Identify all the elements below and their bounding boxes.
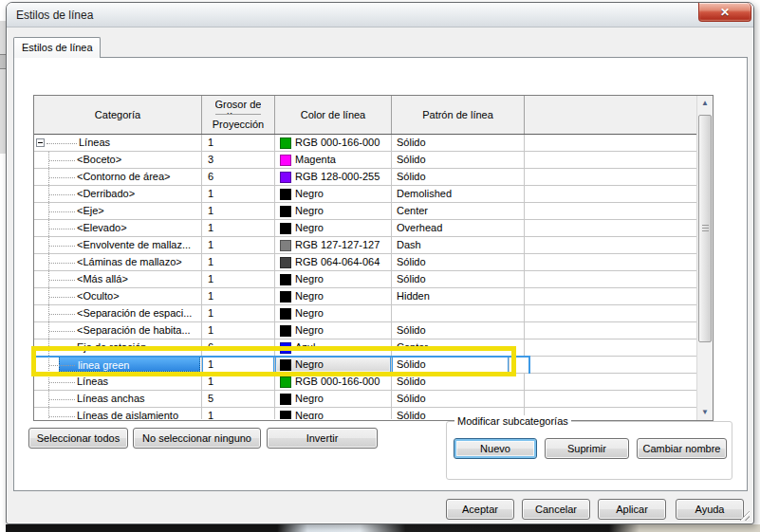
cancel-button[interactable]: Cancelar xyxy=(522,499,590,520)
category-cell[interactable]: <Láminas de mallazo> xyxy=(34,254,202,270)
category-cell[interactable]: linea green xyxy=(34,357,202,373)
line-color-cell[interactable]: RGB 127-127-127 xyxy=(275,237,392,253)
table-row[interactable]: <Oculto>1NegroHidden xyxy=(34,288,713,305)
line-color-cell[interactable]: Negro xyxy=(275,220,392,236)
category-cell[interactable]: <Contorno de área> xyxy=(34,169,202,185)
table-row[interactable]: <Envolvente de mallaz...1RGB 127-127-127… xyxy=(34,237,713,254)
select-none-button[interactable]: No seleccionar ninguno xyxy=(133,428,261,449)
category-cell[interactable]: <Separación de habita... xyxy=(34,322,202,339)
table-row[interactable]: Líneas1RGB 000-166-000Sólido xyxy=(34,374,713,391)
table-row[interactable]: <Láminas de mallazo>1RGB 064-064-064Sóli… xyxy=(34,254,713,271)
line-weight-cell[interactable]: 6 xyxy=(202,169,275,185)
line-weight-cell[interactable]: 1 xyxy=(202,374,275,390)
line-color-cell[interactable]: Negro xyxy=(275,203,392,219)
line-pattern-cell[interactable]: Center xyxy=(392,203,525,219)
line-color-cell[interactable]: Negro xyxy=(275,391,392,407)
line-pattern-cell[interactable]: Sólido xyxy=(392,357,510,373)
vertical-scrollbar[interactable]: ▲ ▼ xyxy=(696,96,713,420)
apply-button[interactable]: Aplicar xyxy=(598,499,666,520)
line-color-cell[interactable]: RGB 000-166-000 xyxy=(275,135,392,151)
collapse-icon[interactable] xyxy=(36,138,45,147)
line-pattern-cell[interactable]: Sólido xyxy=(392,254,525,270)
category-cell[interactable]: <Boceto> xyxy=(34,152,202,168)
category-cell[interactable]: <Eje> xyxy=(34,203,202,219)
table-row[interactable]: Líneas anchas5NegroSólido xyxy=(34,391,713,408)
select-all-button[interactable]: Seleccionar todos xyxy=(28,428,128,449)
table-row[interactable]: <Boceto>3MagentaSólido xyxy=(34,152,713,169)
line-weight-cell[interactable]: 1 xyxy=(202,254,275,270)
line-weight-cell[interactable]: 1 xyxy=(202,237,275,253)
invert-selection-button[interactable]: Invertir xyxy=(267,428,378,449)
table-row[interactable]: <Elevado>1NegroOverhead xyxy=(34,220,713,237)
scroll-up-icon[interactable]: ▲ xyxy=(697,96,713,111)
line-pattern-cell[interactable]: Sólido xyxy=(392,135,525,151)
category-cell[interactable]: Eje de rotación xyxy=(34,339,202,356)
line-weight-cell[interactable]: 5 xyxy=(202,391,275,407)
line-pattern-cell[interactable]: Center xyxy=(392,339,525,356)
category-cell[interactable]: Líneas xyxy=(34,374,202,390)
line-pattern-cell[interactable]: Sólido xyxy=(392,169,525,185)
line-pattern-cell[interactable]: Sólido xyxy=(392,374,525,390)
line-color-cell[interactable]: Negro xyxy=(275,271,392,287)
line-weight-cell[interactable]: 1 xyxy=(202,357,275,373)
line-pattern-cell[interactable]: Dash xyxy=(392,237,525,253)
category-cell[interactable]: <Derribado> xyxy=(34,186,202,202)
scroll-down-icon[interactable]: ▼ xyxy=(697,405,713,420)
resize-grip[interactable] xyxy=(739,510,750,521)
line-weight-cell[interactable]: 1 xyxy=(202,288,275,304)
table-row[interactable]: <Más allá>1NegroSólido xyxy=(34,271,713,288)
close-button[interactable]: ✕ xyxy=(698,3,751,22)
table-row[interactable]: linea green1NegroSólido xyxy=(34,357,713,374)
line-color-cell[interactable]: Magenta xyxy=(275,152,392,168)
table-row[interactable]: <Derribado>1NegroDemolished xyxy=(34,186,713,203)
line-color-cell[interactable]: Negro xyxy=(275,408,392,419)
category-cell[interactable]: <Elevado> xyxy=(34,220,202,236)
line-color-cell[interactable]: RGB 128-000-255 xyxy=(275,169,392,185)
line-weight-cell[interactable]: 1 xyxy=(202,220,275,236)
category-cell[interactable]: Líneas xyxy=(34,135,202,151)
line-weight-cell[interactable]: 3 xyxy=(202,152,275,168)
scrollbar-thumb[interactable] xyxy=(698,115,712,342)
help-button[interactable]: Ayuda xyxy=(676,499,744,520)
line-weight-cell[interactable]: 1 xyxy=(202,186,275,202)
line-pattern-cell[interactable] xyxy=(392,305,525,321)
line-pattern-cell[interactable]: Hidden xyxy=(392,288,525,304)
category-cell[interactable]: <Más allá> xyxy=(34,271,202,287)
rename-subcategory-button[interactable]: Cambiar nombre xyxy=(637,438,727,459)
line-color-cell[interactable]: Negro xyxy=(275,357,392,373)
category-cell[interactable]: <Separación de espaci... xyxy=(34,305,202,321)
line-pattern-cell[interactable]: Sólido xyxy=(392,322,525,339)
line-weight-cell[interactable]: 1 xyxy=(202,322,275,339)
tab-estilos-de-linea[interactable]: Estilos de línea xyxy=(13,37,101,58)
category-cell[interactable]: Líneas anchas xyxy=(34,391,202,407)
line-weight-cell[interactable]: 1 xyxy=(202,271,275,287)
line-pattern-cell[interactable]: Sólido xyxy=(392,271,525,287)
line-color-cell[interactable]: RGB 064-064-064 xyxy=(275,254,392,270)
line-color-cell[interactable]: Azul xyxy=(275,339,392,356)
new-subcategory-button[interactable]: Nuevo xyxy=(454,438,537,459)
category-cell[interactable]: <Envolvente de mallaz... xyxy=(34,237,202,253)
table-row[interactable]: Eje de rotación6AzulCenter xyxy=(34,339,713,357)
line-color-cell[interactable]: Negro xyxy=(275,305,392,321)
table-row[interactable]: Líneas1RGB 000-166-000Sólido xyxy=(34,135,713,152)
line-weight-cell[interactable]: 6 xyxy=(202,339,275,356)
line-color-cell[interactable]: Negro xyxy=(275,186,392,202)
delete-subcategory-button[interactable]: Suprimir xyxy=(545,438,629,459)
line-color-cell[interactable]: Negro xyxy=(275,288,392,304)
table-row[interactable]: <Contorno de área>6RGB 128-000-255Sólido xyxy=(34,169,713,186)
ok-button[interactable]: Aceptar xyxy=(446,499,514,520)
table-row[interactable]: <Eje>1NegroCenter xyxy=(34,203,713,220)
line-pattern-cell[interactable]: Sólido xyxy=(392,391,525,407)
table-row[interactable]: Líneas de aislamiento1NegroSólido xyxy=(34,408,713,419)
category-cell[interactable]: <Oculto> xyxy=(34,288,202,304)
table-row[interactable]: <Separación de espaci...1Negro xyxy=(34,305,713,322)
line-pattern-cell[interactable]: Demolished xyxy=(392,186,525,202)
line-pattern-cell[interactable]: Overhead xyxy=(392,220,525,236)
dialog-titlebar[interactable]: Estilos de línea ✕ xyxy=(7,3,753,28)
category-cell[interactable]: Líneas de aislamiento xyxy=(34,408,202,419)
line-weight-cell[interactable]: 1 xyxy=(202,408,275,419)
table-row[interactable]: <Separación de habita...1NegroSólido xyxy=(34,322,713,339)
line-weight-cell[interactable]: 1 xyxy=(202,305,275,321)
line-color-cell[interactable]: Negro xyxy=(275,322,392,339)
line-color-cell[interactable]: RGB 000-166-000 xyxy=(275,374,392,390)
